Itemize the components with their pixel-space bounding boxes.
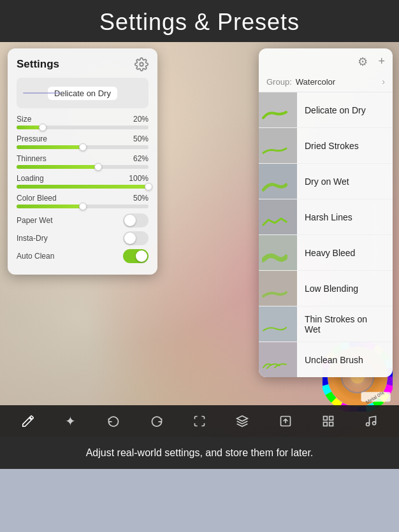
preset-thumbnail-dry-on-wet — [259, 164, 297, 199]
list-item[interactable]: Thin Strokes on Wet — [259, 306, 393, 342]
chevron-right-icon: › — [382, 76, 385, 87]
slider-size: Size 20% — [17, 115, 149, 129]
preset-thumbnail-dried-strokes — [259, 128, 297, 163]
brush-preview: Delicate on Dry — [17, 78, 149, 108]
svg-rect-20 — [330, 422, 333, 426]
preset-name-unclean-brush: Unclean Brush — [297, 355, 393, 365]
slider-color-bleed: Color Bleed 50% — [17, 194, 149, 208]
toolbar-undo-button[interactable] — [102, 410, 125, 433]
svg-rect-18 — [330, 417, 333, 421]
bottom-toolbar: ✦ — [0, 405, 399, 437]
toolbar-star-button[interactable]: ✦ — [59, 410, 82, 433]
preset-name-dry-on-wet: Dry on Wet — [297, 176, 393, 187]
svg-point-21 — [366, 423, 370, 426]
preset-thumbnail-thin-strokes-wet — [259, 306, 297, 341]
list-item[interactable]: Delicate on Dry — [259, 92, 393, 128]
canvas-area: art by Donna Coburn Settings Delicate on… — [0, 42, 399, 437]
group-row[interactable]: Group: Watercolor › — [259, 73, 393, 92]
settings-panel: Settings Delicate on Dry Size 20% — [8, 48, 157, 275]
preset-thumbnail-harsh-lines — [259, 199, 297, 234]
svg-rect-17 — [323, 417, 327, 421]
svg-point-22 — [373, 422, 376, 425]
svg-rect-19 — [323, 422, 327, 426]
sliders-container: Size 20% Pressure 50% — [17, 115, 149, 208]
list-item[interactable]: Dried Strokes — [259, 128, 393, 164]
presets-toolbar: ⚙ + — [259, 48, 393, 73]
toolbar-brush-button[interactable] — [17, 410, 40, 433]
svg-point-0 — [140, 62, 143, 66]
svg-marker-15 — [237, 416, 248, 421]
toggles-container: Paper Wet Insta-Dry Auto Clean — [17, 213, 149, 263]
list-item[interactable]: Harsh Lines — [259, 199, 393, 235]
toggle-auto-clean[interactable]: Auto Clean — [17, 249, 149, 263]
preset-thumbnail-delicate-dry — [259, 92, 297, 127]
slider-pressure: Pressure 50% — [17, 134, 149, 149]
preset-thumbnail-low-blending — [259, 271, 297, 306]
slider-loading: Loading 100% — [17, 174, 149, 189]
preset-name-heavy-bleed: Heavy Bleed — [297, 248, 393, 258]
toggle-paper-wet[interactable]: Paper Wet — [17, 213, 149, 227]
toolbar-music-button[interactable] — [359, 410, 382, 433]
preset-name-low-blending: Low Blending — [297, 284, 393, 294]
list-item[interactable]: Heavy Bleed — [259, 235, 393, 271]
group-label: Group: — [266, 77, 292, 87]
list-item[interactable]: Dry on Wet — [259, 164, 393, 199]
group-value: Watercolor — [296, 77, 335, 87]
preset-thumbnail-heavy-bleed — [259, 235, 297, 270]
slider-thinners: Thinners 62% — [17, 154, 149, 169]
app-header: Settings & Presets — [0, 0, 399, 42]
preset-name-thin-strokes-wet: Thin Strokes on Wet — [297, 314, 393, 334]
toolbar-grid-button[interactable] — [317, 410, 340, 433]
presets-add-icon[interactable]: + — [378, 55, 385, 69]
list-item[interactable]: Unclean Brush — [259, 342, 393, 377]
brush-stroke-line — [23, 92, 61, 94]
footer-text: Adjust real-world settings, and store th… — [86, 447, 314, 459]
toolbar-selection-button[interactable] — [188, 410, 211, 433]
preset-name-delicate-dry: Delicate on Dry — [297, 105, 393, 115]
presets-gear-icon[interactable]: ⚙ — [358, 55, 368, 69]
settings-header: Settings — [17, 57, 149, 71]
toolbar-export-button[interactable] — [274, 410, 297, 433]
app-footer: Adjust real-world settings, and store th… — [0, 437, 399, 469]
list-item[interactable]: Low Blending — [259, 271, 393, 306]
toolbar-layers-button[interactable] — [231, 410, 254, 433]
presets-panel: ⚙ + Group: Watercolor › Delicate on Dry … — [259, 48, 393, 377]
toggle-insta-dry[interactable]: Insta-Dry — [17, 231, 149, 245]
settings-gear-icon[interactable] — [134, 57, 149, 71]
preset-name-dried-strokes: Dried Strokes — [297, 141, 393, 151]
toolbar-redo-button[interactable] — [145, 410, 168, 433]
preset-thumbnail-unclean-brush — [259, 342, 297, 377]
page-title: Settings & Presets — [0, 9, 399, 36]
preset-name-harsh-lines: Harsh Lines — [297, 212, 393, 222]
settings-title: Settings — [17, 58, 59, 71]
